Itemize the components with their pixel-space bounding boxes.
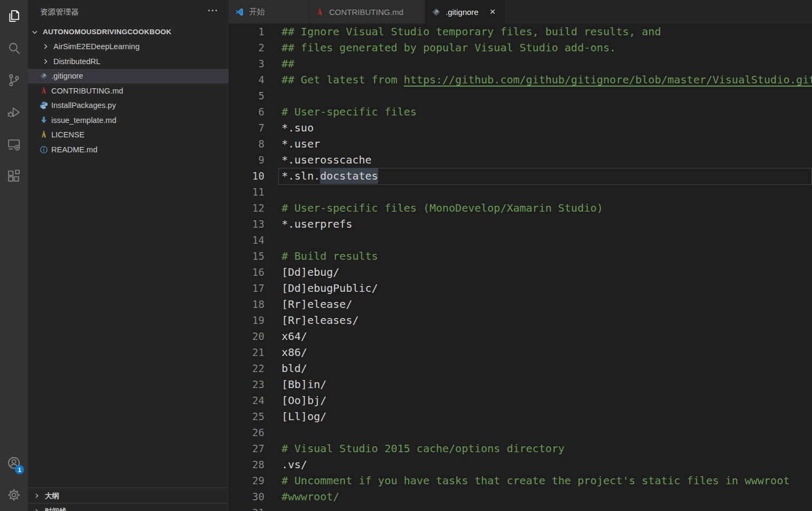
tree-item-label: .gitignore (51, 72, 83, 80)
editor-line[interactable]: 30#wwwroot/ (229, 489, 812, 505)
pattern-token: *.suo (282, 121, 314, 134)
line-number: 5 (229, 88, 264, 104)
line-number: 24 (229, 392, 264, 408)
editor-group: 开始CONTRIBUTING.md.gitignore× 1## Ignore … (229, 0, 812, 511)
explorer-title: 资源管理器 (40, 7, 79, 17)
line-number: 30 (229, 489, 264, 505)
editor-line[interactable]: 23[Bb]in/ (229, 376, 812, 392)
editor-line[interactable]: 2## files generated by popular Visual St… (229, 40, 812, 56)
activity-bar-item-account[interactable]: 1 (0, 447, 28, 479)
activity-bar-item-settings[interactable] (0, 479, 28, 511)
editor-line[interactable]: 1## Ignore Visual Studio temporary files… (229, 24, 812, 40)
line-number: 19 (229, 312, 264, 328)
editor-line[interactable]: 5 (229, 88, 812, 104)
editor[interactable]: 1## Ignore Visual Studio temporary files… (229, 24, 812, 511)
editor-line[interactable]: 12# User-specific files (MonoDevelop/Xam… (229, 200, 812, 216)
line-number: 22 (229, 360, 264, 376)
line-number: 17 (229, 280, 264, 296)
line-number: 8 (229, 136, 264, 152)
section-outline[interactable]: 大纲 (28, 487, 229, 504)
editor-line[interactable]: 9*.userosscache (229, 152, 812, 168)
editor-line[interactable]: 16[Dd]ebug/ (229, 264, 812, 280)
tab-label: .gitignore (446, 7, 479, 17)
line-content: *.userosscache (282, 152, 372, 168)
tree-file-.gitignore[interactable]: .gitignore (28, 69, 229, 84)
tab-CONTRIBUTING.md[interactable]: CONTRIBUTING.md (309, 0, 425, 24)
line-number: 20 (229, 328, 264, 344)
pattern-token: x86/ (282, 346, 307, 359)
editor-line[interactable]: 28.vs/ (229, 456, 812, 473)
tree-file-LICENSE[interactable]: LICENSE (28, 128, 229, 143)
line-number: 13 (229, 216, 264, 232)
editor-line[interactable]: 26 (229, 424, 812, 440)
editor-line[interactable]: 7*.suo (229, 120, 812, 136)
line-number: 4 (229, 72, 264, 88)
pattern-token: *.user (282, 137, 320, 150)
explorer-icon (6, 9, 21, 24)
activity-bar-item-remote-explorer[interactable] (0, 128, 28, 160)
tree-file-README.md[interactable]: README.md (28, 142, 229, 157)
tree-folder-AirSimE2EDeepLearning[interactable]: AirSimE2EDeepLearning (28, 40, 229, 55)
pattern-token: .vs/ (282, 458, 307, 471)
pattern-token: *.userosscache (282, 153, 372, 166)
activity-bar-top (0, 0, 28, 192)
editor-line[interactable]: 31 (229, 505, 812, 511)
pattern-token: [Bb]in/ (282, 378, 326, 391)
line-number: 21 (229, 344, 264, 360)
editor-line[interactable]: 29# Uncomment if you have tasks that cre… (229, 473, 812, 489)
activity-bar-item-search[interactable] (0, 32, 28, 64)
editor-line[interactable]: 25[Ll]og/ (229, 408, 812, 424)
pattern-token: [Rr]eleases/ (282, 314, 359, 327)
comment-token: ## Ignore Visual Studio temporary files,… (282, 25, 661, 38)
line-content: [Ll]og/ (282, 408, 326, 424)
activity-bar: 1 (0, 0, 28, 511)
activity-bar-item-run-debug[interactable] (0, 96, 28, 128)
activity-bar-item-explorer[interactable] (0, 0, 28, 32)
tree-root-folder[interactable]: AUTONOMOUSDRIVINGCOOKBOOK (28, 25, 229, 40)
tree-item-label: InstallPackages.py (51, 101, 116, 110)
python-icon (40, 101, 48, 110)
section-label: 大纲 (45, 491, 59, 501)
comment-token: ## files generated by popular Visual Stu… (282, 41, 616, 54)
editor-line[interactable]: 15# Build results (229, 248, 812, 264)
editor-line[interactable]: 11 (229, 184, 812, 200)
pattern-token: [Dd]ebug/ (282, 266, 339, 278)
editor-line[interactable]: 21x86/ (229, 344, 812, 360)
editor-line[interactable]: 27# Visual Studio 2015 cache/options dir… (229, 440, 812, 456)
comment-token: # Build results (282, 250, 378, 262)
explorer-sidebar: 资源管理器 ⋯ AUTONOMOUSDRIVINGCOOKBOOKAirSimE… (28, 0, 229, 511)
line-number: 12 (229, 200, 264, 216)
editor-line[interactable]: 17[Dd]ebugPublic/ (229, 280, 812, 296)
comment-token: # User-specific files (282, 105, 417, 118)
more-actions-button[interactable]: ⋯ (204, 3, 221, 17)
tree-file-issue_template.md[interactable]: issue_template.md (28, 113, 229, 128)
editor-line[interactable]: 19[Rr]eleases/ (229, 312, 812, 328)
line-number: 11 (229, 184, 264, 200)
editor-line[interactable]: 10*.sln.docstates (229, 168, 812, 184)
gitignore-url-link[interactable]: https://github.com/github/gitignore/blob… (404, 73, 812, 86)
editor-line[interactable]: 14 (229, 232, 812, 248)
activity-bar-item-source-control[interactable] (0, 64, 28, 96)
tab-.gitignore[interactable]: .gitignore× (425, 0, 505, 24)
tree-file-InstallPackages.py[interactable]: InstallPackages.py (28, 98, 229, 113)
activity-bar-item-extensions[interactable] (0, 160, 28, 192)
section-timeline[interactable]: 时间线 (28, 503, 229, 511)
editor-line[interactable]: 22bld/ (229, 360, 812, 376)
tree-folder-DistributedRL[interactable]: DistributedRL (28, 54, 229, 69)
tab-开始[interactable]: 开始 (229, 0, 309, 24)
editor-line[interactable]: 4## Get latest from https://github.com/g… (229, 72, 812, 88)
editor-line[interactable]: 18[Rr]elease/ (229, 296, 812, 312)
comment-token: #wwwroot/ (282, 490, 339, 503)
editor-line[interactable]: 8*.user (229, 136, 812, 152)
tree-file-CONTRIBUTING.md[interactable]: CONTRIBUTING.md (28, 83, 229, 98)
editor-line[interactable]: 6# User-specific files (229, 104, 812, 120)
editor-line[interactable]: 24[Oo]bj/ (229, 392, 812, 408)
line-content: ## (282, 56, 294, 72)
pattern-token: *.sln. (282, 169, 320, 182)
editor-line[interactable]: 13*.userprefs (229, 216, 812, 232)
editor-line[interactable]: 3## (229, 56, 812, 72)
editor-line[interactable]: 20x64/ (229, 328, 812, 344)
close-icon[interactable]: × (487, 6, 498, 18)
line-number: 26 (229, 424, 264, 440)
line-number: 28 (229, 456, 264, 473)
